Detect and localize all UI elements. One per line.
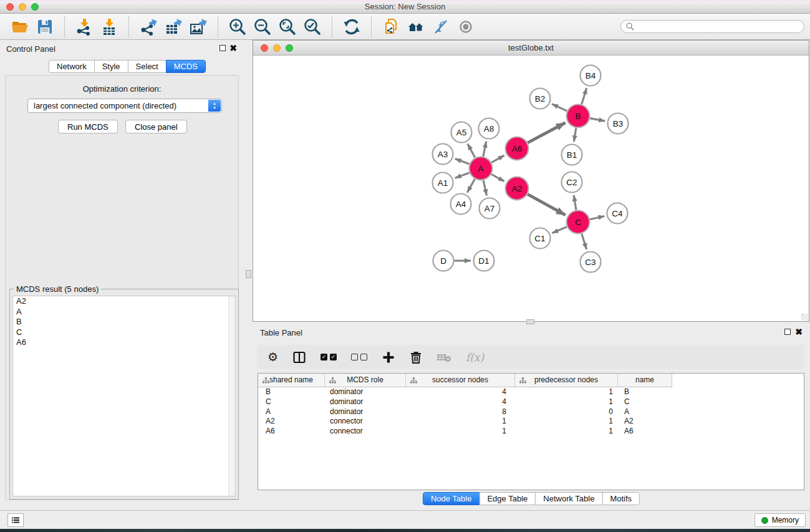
table-row[interactable]: Bdominator41B: [258, 387, 804, 397]
table-row[interactable]: Cdominator41C: [258, 397, 804, 407]
tab-select[interactable]: Select: [128, 60, 166, 73]
result-item-c[interactable]: C: [13, 327, 235, 338]
graph-node-C2[interactable]: C2: [562, 172, 582, 193]
tab-network-table[interactable]: Network Table: [535, 492, 602, 505]
graph-edge-C-C3[interactable]: [582, 234, 587, 249]
table-options-button[interactable]: ⚙: [268, 351, 278, 363]
zoom-selected-button[interactable]: [302, 16, 323, 37]
network-window-titlebar[interactable]: testGlobe.txt: [253, 41, 809, 56]
task-history-button[interactable]: [7, 513, 24, 527]
graph-node-B3[interactable]: B3: [608, 114, 629, 134]
column-header-shared-name[interactable]: shared name: [258, 374, 325, 387]
criterion-dropdown[interactable]: largest connected component (directed) ▲…: [27, 99, 222, 113]
export-table-button[interactable]: [163, 16, 184, 37]
apply-layout-button[interactable]: [341, 16, 362, 37]
graph-node-A6[interactable]: A6: [506, 137, 529, 160]
graph-edge-A6-B[interactable]: [528, 123, 565, 143]
table-row[interactable]: Adominator80A: [258, 407, 804, 417]
graph-node-A8[interactable]: A8: [479, 118, 499, 139]
column-header-predecessor-nodes[interactable]: predecessor nodes: [515, 374, 618, 387]
graph-node-B[interactable]: B: [567, 105, 590, 128]
graph-edge-B-B2[interactable]: [552, 104, 567, 111]
graph-edge-B-B3[interactable]: [590, 118, 605, 122]
graph-node-C4[interactable]: C4: [607, 203, 628, 224]
graph-edge-A-A7[interactable]: [483, 180, 486, 195]
save-session-button[interactable]: [34, 16, 55, 37]
graph-node-C1[interactable]: C1: [530, 228, 551, 249]
function-builder-button[interactable]: f(x): [466, 351, 484, 364]
result-item-b[interactable]: B: [13, 317, 235, 327]
graph-node-C3[interactable]: C3: [581, 252, 601, 273]
graph-edge-A-A5[interactable]: [468, 144, 475, 158]
table-row[interactable]: A6connector11A6: [258, 427, 804, 437]
graph-edge-A-A2[interactable]: [491, 174, 504, 181]
select-all-button[interactable]: ✓ ✓: [321, 354, 337, 360]
tab-motifs[interactable]: Motifs: [602, 492, 640, 505]
column-header-name[interactable]: name: [618, 374, 672, 387]
graph-node-A2[interactable]: A2: [506, 177, 529, 200]
network-canvas[interactable]: B4B2BB3A5A8A6B1A3AC2A1A2A4A7C4CC1C3DD1: [253, 56, 809, 321]
float-panel-icon[interactable]: [784, 329, 791, 335]
zoom-fit-button[interactable]: [277, 16, 298, 37]
splitter-handle-vertical[interactable]: [246, 270, 251, 278]
hide-selected-button[interactable]: f: [430, 16, 451, 37]
graph-node-B2[interactable]: B2: [530, 89, 551, 109]
graph-node-D[interactable]: D: [433, 251, 454, 271]
mcds-result-list[interactable]: A2ABCA6: [12, 296, 236, 496]
add-column-button[interactable]: [382, 351, 395, 364]
tab-edge-table[interactable]: Edge Table: [479, 492, 536, 505]
graph-edge-C-C2[interactable]: [574, 195, 576, 210]
delete-table-button[interactable]: [436, 352, 451, 363]
first-neighbors-button[interactable]: [405, 16, 427, 37]
graph-edge-A-A8[interactable]: [483, 142, 486, 157]
graph-edge-A-A4[interactable]: [467, 179, 475, 193]
resize-grip[interactable]: [801, 314, 808, 321]
splitter-handle-horizontal[interactable]: [526, 319, 534, 324]
graph-node-A4[interactable]: A4: [451, 194, 471, 215]
graph-edge-A-A6[interactable]: [491, 155, 504, 162]
tab-network[interactable]: Network: [49, 60, 95, 73]
open-session-button[interactable]: [9, 16, 31, 37]
graph-edge-A2-C[interactable]: [528, 194, 566, 215]
tab-node-table[interactable]: Node Table: [423, 492, 480, 505]
graph-edge-B-B1[interactable]: [574, 128, 576, 142]
close-panel-icon[interactable]: ✖: [229, 43, 237, 53]
graph-node-A[interactable]: A: [470, 157, 493, 180]
deselect-all-button[interactable]: [351, 354, 367, 360]
import-network-button[interactable]: [74, 16, 95, 37]
graph-edge-A-A1[interactable]: [455, 173, 470, 178]
graph-node-C[interactable]: C: [567, 211, 590, 234]
table-row[interactable]: A2connector11A2: [258, 417, 804, 427]
tab-mcds[interactable]: MCDS: [166, 60, 206, 73]
result-item-a2[interactable]: A2: [13, 296, 235, 307]
graph-node-A7[interactable]: A7: [480, 198, 500, 219]
memory-button[interactable]: Memory: [755, 513, 806, 527]
search-input[interactable]: [634, 22, 799, 32]
export-network-button[interactable]: [138, 16, 159, 37]
delete-column-button[interactable]: [410, 351, 422, 364]
graph-node-A5[interactable]: A5: [451, 122, 472, 143]
graph-node-B1[interactable]: B1: [562, 145, 582, 165]
import-table-button[interactable]: [99, 16, 120, 37]
network-snapshot-button[interactable]: [380, 16, 402, 37]
float-panel-icon[interactable]: [219, 45, 226, 51]
close-panel-button[interactable]: Close panel: [125, 120, 187, 133]
result-item-a6[interactable]: A6: [13, 337, 235, 348]
zoom-in-button[interactable]: [227, 16, 248, 37]
graph-edge-B-B4[interactable]: [582, 88, 587, 104]
zoom-out-button[interactable]: [252, 16, 273, 37]
scrollbar-track[interactable]: [228, 296, 235, 496]
tab-style[interactable]: Style: [94, 60, 128, 73]
graph-node-D1[interactable]: D1: [474, 251, 494, 271]
graph-edge-C-C4[interactable]: [590, 216, 604, 220]
export-image-button[interactable]: [188, 16, 209, 37]
graph-node-B4[interactable]: B4: [581, 65, 601, 86]
graph-node-A3[interactable]: A3: [433, 144, 453, 165]
run-mcds-button[interactable]: Run MCDS: [58, 120, 118, 133]
column-header-MCDS-role[interactable]: MCDS role: [325, 374, 406, 387]
column-visibility-button[interactable]: [292, 351, 306, 364]
graph-node-A1[interactable]: A1: [433, 173, 453, 193]
graph-edge-A-A3[interactable]: [455, 158, 470, 164]
column-header-successor-nodes[interactable]: successor nodes: [406, 374, 515, 387]
close-panel-icon[interactable]: ✖: [795, 327, 803, 337]
